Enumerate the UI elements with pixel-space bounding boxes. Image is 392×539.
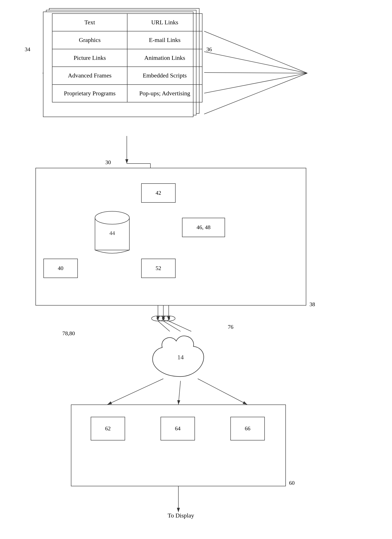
to-display-label: To Display xyxy=(168,512,194,519)
svg-point-35 xyxy=(157,316,170,321)
box-62: 62 xyxy=(91,417,125,440)
label-34: 34 xyxy=(25,46,30,53)
cell-proprietary-programs: Proprietary Programs xyxy=(52,85,127,102)
box-40: 40 xyxy=(43,259,78,278)
box-60: 62 64 66 xyxy=(71,404,286,486)
cell-picture-links: Picture Links xyxy=(52,49,127,67)
cell-animation-links: Animation Links xyxy=(127,49,202,67)
to-display-wrap: To Display xyxy=(168,512,194,519)
table-row: Text URL Links xyxy=(52,14,202,31)
diagram-container: Text URL Links Graphics E-mail Links Pic… xyxy=(0,0,392,539)
cell-graphics: Graphics xyxy=(52,31,127,49)
label-40: 40 xyxy=(58,265,63,272)
label-38: 38 xyxy=(309,301,315,308)
label-60: 60 xyxy=(289,480,295,486)
svg-line-40 xyxy=(108,379,163,404)
label-66: 66 xyxy=(245,425,250,432)
svg-point-34 xyxy=(151,316,164,321)
cell-url-links: URL Links xyxy=(127,14,202,31)
label-7880: 78,80 xyxy=(62,330,75,337)
svg-point-50 xyxy=(95,211,129,224)
box-64: 64 xyxy=(161,417,195,440)
cell-popups-advertising: Pop-ups; Advertising xyxy=(127,85,202,102)
cell-text: Text xyxy=(52,14,127,31)
label-36: 36 xyxy=(206,46,212,53)
svg-line-41 xyxy=(178,381,180,404)
box-42: 42 xyxy=(141,183,176,203)
label-30: 30 xyxy=(105,159,111,166)
label-62: 62 xyxy=(105,425,111,432)
label-52: 52 xyxy=(156,265,161,272)
cylinder-44-svg: 44 xyxy=(93,209,132,254)
table-row: Advanced Frames Embedded Scripts xyxy=(52,67,202,84)
content-table: Text URL Links Graphics E-mail Links Pic… xyxy=(52,13,203,102)
cell-embedded-scripts: Embedded Scripts xyxy=(127,67,202,84)
label-64: 64 xyxy=(175,425,180,432)
box-4648: 46, 48 xyxy=(182,218,225,237)
table-row: Proprietary Programs Pop-ups; Advertisin… xyxy=(52,85,202,102)
cell-email-links: E-mail Links xyxy=(127,31,202,49)
label-76: 76 xyxy=(228,324,233,330)
table-row: Graphics E-mail Links xyxy=(52,31,202,49)
cylinder-44-wrap: 44 xyxy=(93,209,132,254)
table-row: Picture Links Animation Links xyxy=(52,49,202,67)
page-stack: Text URL Links Graphics E-mail Links Pic… xyxy=(43,6,219,96)
svg-text:44: 44 xyxy=(109,230,115,236)
cell-advanced-frames: Advanced Frames xyxy=(52,67,127,84)
svg-point-36 xyxy=(162,316,175,321)
svg-text:14: 14 xyxy=(177,354,184,361)
cloud-14-svg: 14 xyxy=(146,329,215,381)
box-66: 66 xyxy=(230,417,265,440)
cloud-14-wrap: 14 xyxy=(146,329,215,381)
box-52: 52 xyxy=(141,259,176,278)
main-table-wrap: Text URL Links Graphics E-mail Links Pic… xyxy=(52,13,228,102)
label-42: 42 xyxy=(156,190,161,196)
box-38: 42 44 46, 48 40 52 xyxy=(35,168,306,306)
label-4648: 46, 48 xyxy=(197,224,211,231)
svg-line-42 xyxy=(198,379,247,404)
